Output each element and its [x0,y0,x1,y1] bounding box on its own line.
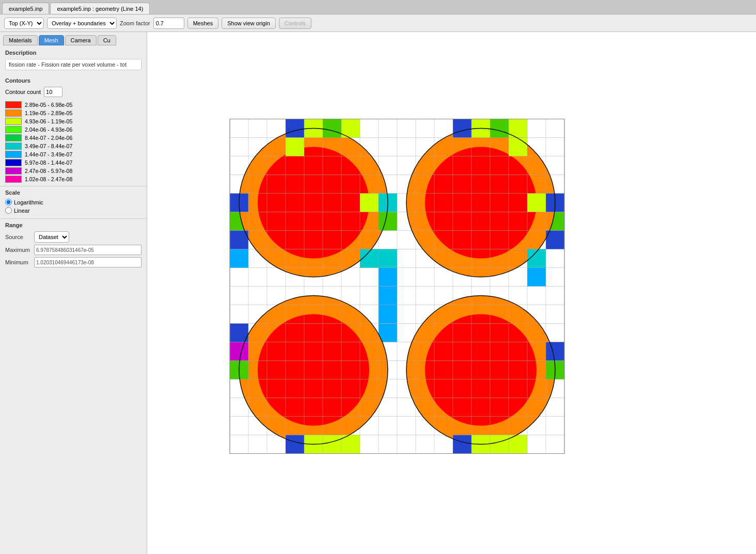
tab-example5[interactable]: example5.inp [2,3,49,14]
legend-range-label: 1.02e-08 - 2.47e-08 [25,176,72,182]
tab-bar: example5.inp example5.inp : geometry (Li… [0,0,756,14]
legend-range-label: 4.93e-06 - 1.19e-05 [25,118,72,124]
maximum-input[interactable] [34,245,141,255]
legend-range-label: 2.04e-06 - 4.93e-06 [25,126,72,133]
contours-section: Contours Contour count 2.89e-05 - 6.98e-… [0,74,147,186]
svg-rect-78 [379,268,397,287]
contour-legend: 2.89e-05 - 6.98e-051.19e-05 - 2.89e-054.… [5,101,141,183]
minimum-input[interactable] [34,257,141,267]
svg-rect-73 [360,194,379,212]
legend-row: 4.93e-06 - 1.19e-05 [5,118,141,125]
tab-camera[interactable]: Camera [65,35,97,45]
range-section: Range Source Dataset Custom Maximum Mini… [0,218,147,273]
minimum-label: Minimum [5,259,31,265]
svg-rect-77 [379,249,397,268]
legend-range-label: 1.19e-05 - 2.89e-05 [25,110,72,116]
controls-button[interactable]: Controls [279,18,311,29]
scale-linear-row: Linear [5,207,141,214]
svg-rect-58 [286,119,304,138]
legend-row: 3.49e-07 - 8.44e-07 [5,143,141,150]
scale-linear-label: Linear [14,208,30,214]
visualization-svg: // Draw grid lines via inline script doe… [147,32,756,554]
description-title: Description [5,50,141,56]
description-text: fission rate - Fission rate per voxel vo… [5,59,141,70]
legend-color-swatch [5,101,22,108]
legend-range-label: 8.44e-07 - 2.04e-06 [25,135,72,141]
svg-point-55 [258,314,369,426]
scale-logarithmic-row: Logarithmic [5,199,141,205]
description-section: Description fission rate - Fission rate … [0,45,147,74]
legend-range-label: 1.44e-07 - 3.49e-07 [25,151,72,157]
legend-color-swatch [5,118,22,125]
scale-linear-radio[interactable] [5,207,12,214]
legend-range-label: 2.89e-05 - 6.98e-05 [25,102,72,108]
tab-geometry[interactable]: example5.inp : geometry (Line 14) [50,3,150,14]
tab-mesh[interactable]: Mesh [39,35,64,45]
svg-rect-64 [490,119,509,138]
legend-color-swatch [5,176,22,183]
toolbar: Top (X-Y) Overlay + boundaries Zoom fact… [0,14,756,32]
legend-row: 1.44e-07 - 3.49e-07 [5,151,141,158]
svg-rect-92 [453,435,471,454]
svg-rect-62 [453,119,471,138]
legend-color-swatch [5,134,22,141]
meshes-button[interactable]: Meshes [187,18,219,29]
svg-rect-83 [230,342,248,361]
legend-range-label: 2.47e-08 - 5.97e-08 [25,168,72,174]
scale-title: Scale [5,189,141,196]
legend-row: 8.44e-07 - 2.04e-06 [5,134,141,141]
legend-color-swatch [5,126,22,133]
legend-color-swatch [5,143,22,150]
sub-tab-bar: Materials Mesh Camera Cu [0,32,147,45]
tab-materials[interactable]: Materials [3,35,38,45]
svg-rect-79 [379,287,397,305]
legend-color-swatch [5,151,22,158]
scale-logarithmic-label: Logarithmic [14,199,43,205]
svg-rect-80 [527,194,546,212]
svg-point-51 [258,147,369,259]
svg-rect-70 [230,249,248,268]
svg-rect-66 [286,138,304,156]
scale-logarithmic-radio[interactable] [5,199,12,205]
range-title: Range [5,222,141,228]
legend-color-swatch [5,109,22,117]
tab-cu[interactable]: Cu [98,35,116,45]
contour-count-input[interactable] [44,87,62,97]
svg-rect-75 [379,212,397,231]
left-panel: Materials Mesh Camera Cu Description fis… [0,32,147,554]
content-area: // Draw grid lines via inline script doe… [147,32,756,554]
maximum-row: Maximum [5,245,141,255]
contour-count-label: Contour count [5,89,41,95]
source-label: Source [5,234,31,240]
source-select[interactable]: Dataset Custom [34,231,69,243]
minimum-row: Minimum [5,257,141,267]
legend-range-label: 3.49e-07 - 8.44e-07 [25,143,72,149]
source-row: Source Dataset Custom [5,231,141,243]
contour-count-row: Contour count [5,87,141,97]
legend-row: 2.47e-08 - 5.97e-08 [5,167,141,175]
legend-row: 1.02e-08 - 2.47e-08 [5,176,141,183]
show-origin-button[interactable]: Show view origin [222,18,276,29]
legend-row: 2.04e-06 - 4.93e-06 [5,126,141,133]
overlay-select[interactable]: Overlay + boundaries [47,18,117,29]
svg-rect-67 [509,138,527,156]
svg-point-57 [425,314,537,426]
legend-color-swatch [5,167,22,175]
svg-rect-82 [527,268,546,287]
svg-point-53 [425,147,537,259]
svg-rect-60 [323,119,341,138]
svg-rect-88 [286,435,304,454]
svg-rect-86 [546,342,564,361]
maximum-label: Maximum [5,247,31,253]
legend-row: 1.19e-05 - 2.89e-05 [5,109,141,117]
contours-title: Contours [5,77,141,84]
legend-row: 5.97e-08 - 1.44e-07 [5,159,141,166]
main-layout: Materials Mesh Camera Cu Description fis… [0,32,756,554]
zoom-label: Zoom factor [120,20,150,26]
zoom-input[interactable] [153,18,184,29]
legend-row: 2.89e-05 - 6.98e-05 [5,101,141,108]
legend-range-label: 5.97e-08 - 1.44e-07 [25,160,72,166]
scale-section: Scale Logarithmic Linear [0,186,147,218]
view-select[interactable]: Top (X-Y) [4,18,44,29]
legend-color-swatch [5,159,22,166]
